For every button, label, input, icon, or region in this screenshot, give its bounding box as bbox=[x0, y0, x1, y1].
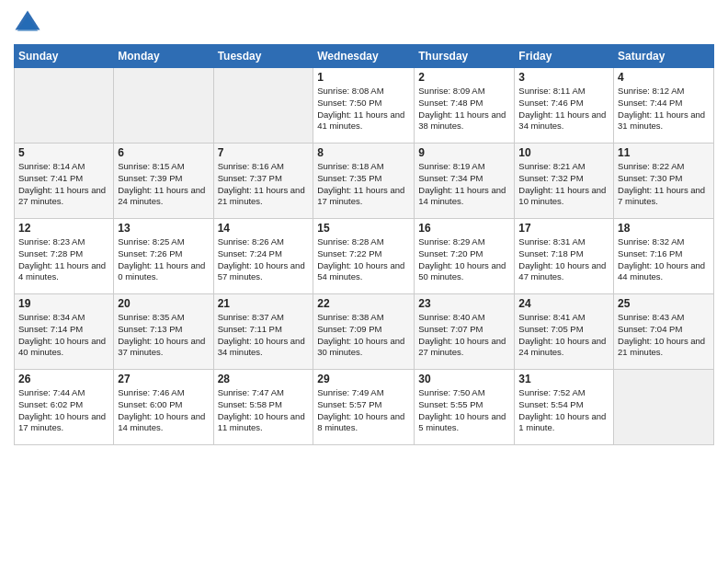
calendar-cell bbox=[114, 68, 213, 144]
day-number: 15 bbox=[317, 222, 410, 235]
page-container: SundayMondayTuesdayWednesdayThursdayFrid… bbox=[0, 0, 728, 563]
page-header bbox=[14, 9, 714, 37]
day-info: Sunrise: 8:09 AM Sunset: 7:48 PM Dayligh… bbox=[418, 86, 510, 132]
day-number: 13 bbox=[118, 222, 209, 235]
day-number: 22 bbox=[317, 297, 410, 310]
calendar-cell: 22Sunrise: 8:38 AM Sunset: 7:09 PM Dayli… bbox=[313, 294, 415, 370]
calendar-header: SundayMondayTuesdayWednesdayThursdayFrid… bbox=[15, 45, 714, 68]
calendar-cell: 21Sunrise: 8:37 AM Sunset: 7:11 PM Dayli… bbox=[213, 294, 313, 370]
weekday-header: Monday bbox=[114, 45, 213, 68]
week-row: 1Sunrise: 8:08 AM Sunset: 7:50 PM Daylig… bbox=[15, 68, 714, 144]
day-number: 6 bbox=[118, 146, 209, 159]
day-number: 2 bbox=[418, 71, 510, 84]
day-info: Sunrise: 8:43 AM Sunset: 7:04 PM Dayligh… bbox=[618, 312, 710, 359]
weekday-header: Sunday bbox=[15, 45, 114, 68]
calendar-cell: 5Sunrise: 8:14 AM Sunset: 7:41 PM Daylig… bbox=[15, 144, 114, 219]
day-info: Sunrise: 8:21 AM Sunset: 7:32 PM Dayligh… bbox=[518, 161, 609, 208]
calendar-cell: 8Sunrise: 8:18 AM Sunset: 7:35 PM Daylig… bbox=[313, 144, 415, 219]
day-number: 25 bbox=[618, 297, 710, 310]
calendar-cell: 11Sunrise: 8:22 AM Sunset: 7:30 PM Dayli… bbox=[614, 144, 714, 219]
day-info: Sunrise: 8:29 AM Sunset: 7:20 PM Dayligh… bbox=[418, 236, 510, 283]
calendar-cell: 25Sunrise: 8:43 AM Sunset: 7:04 PM Dayli… bbox=[614, 294, 714, 370]
calendar-cell: 3Sunrise: 8:11 AM Sunset: 7:46 PM Daylig… bbox=[515, 68, 614, 144]
day-number: 9 bbox=[418, 146, 510, 159]
calendar-cell: 18Sunrise: 8:32 AM Sunset: 7:16 PM Dayli… bbox=[614, 219, 714, 294]
day-info: Sunrise: 8:12 AM Sunset: 7:44 PM Dayligh… bbox=[618, 86, 710, 132]
day-number: 16 bbox=[418, 222, 510, 235]
day-number: 29 bbox=[317, 373, 410, 385]
day-info: Sunrise: 8:28 AM Sunset: 7:22 PM Dayligh… bbox=[317, 236, 410, 283]
day-info: Sunrise: 7:49 AM Sunset: 5:57 PM Dayligh… bbox=[317, 387, 410, 434]
calendar-body: 1Sunrise: 8:08 AM Sunset: 7:50 PM Daylig… bbox=[15, 68, 714, 445]
calendar-cell: 27Sunrise: 7:46 AM Sunset: 6:00 PM Dayli… bbox=[114, 370, 213, 445]
day-number: 27 bbox=[118, 373, 209, 385]
calendar-cell: 12Sunrise: 8:23 AM Sunset: 7:28 PM Dayli… bbox=[15, 219, 114, 294]
week-row: 26Sunrise: 7:44 AM Sunset: 6:02 PM Dayli… bbox=[15, 370, 714, 445]
calendar-cell: 24Sunrise: 8:41 AM Sunset: 7:05 PM Dayli… bbox=[515, 294, 614, 370]
day-number: 28 bbox=[218, 373, 310, 385]
day-number: 21 bbox=[218, 297, 310, 310]
calendar-table: SundayMondayTuesdayWednesdayThursdayFrid… bbox=[14, 44, 714, 445]
day-info: Sunrise: 8:08 AM Sunset: 7:50 PM Dayligh… bbox=[317, 86, 410, 132]
day-info: Sunrise: 8:41 AM Sunset: 7:05 PM Dayligh… bbox=[518, 312, 609, 359]
week-row: 19Sunrise: 8:34 AM Sunset: 7:14 PM Dayli… bbox=[15, 294, 714, 370]
day-number: 18 bbox=[618, 222, 710, 235]
day-number: 30 bbox=[418, 373, 510, 385]
day-number: 3 bbox=[518, 71, 609, 84]
calendar-cell: 31Sunrise: 7:52 AM Sunset: 5:54 PM Dayli… bbox=[515, 370, 614, 445]
day-info: Sunrise: 7:47 AM Sunset: 5:58 PM Dayligh… bbox=[218, 387, 310, 434]
day-number: 19 bbox=[18, 297, 109, 310]
day-info: Sunrise: 8:18 AM Sunset: 7:35 PM Dayligh… bbox=[317, 161, 410, 208]
day-number: 20 bbox=[118, 297, 209, 310]
day-info: Sunrise: 8:35 AM Sunset: 7:13 PM Dayligh… bbox=[118, 312, 209, 359]
calendar-cell: 15Sunrise: 8:28 AM Sunset: 7:22 PM Dayli… bbox=[313, 219, 415, 294]
logo bbox=[14, 9, 45, 37]
calendar-cell: 13Sunrise: 8:25 AM Sunset: 7:26 PM Dayli… bbox=[114, 219, 213, 294]
day-info: Sunrise: 8:37 AM Sunset: 7:11 PM Dayligh… bbox=[218, 312, 310, 359]
weekday-row: SundayMondayTuesdayWednesdayThursdayFrid… bbox=[15, 45, 714, 68]
day-info: Sunrise: 7:44 AM Sunset: 6:02 PM Dayligh… bbox=[18, 387, 109, 434]
day-info: Sunrise: 8:11 AM Sunset: 7:46 PM Dayligh… bbox=[518, 86, 609, 132]
day-info: Sunrise: 8:34 AM Sunset: 7:14 PM Dayligh… bbox=[18, 312, 109, 359]
calendar-cell: 20Sunrise: 8:35 AM Sunset: 7:13 PM Dayli… bbox=[114, 294, 213, 370]
week-row: 12Sunrise: 8:23 AM Sunset: 7:28 PM Dayli… bbox=[15, 219, 714, 294]
day-number: 11 bbox=[618, 146, 710, 159]
day-info: Sunrise: 8:16 AM Sunset: 7:37 PM Dayligh… bbox=[218, 161, 310, 208]
day-info: Sunrise: 7:46 AM Sunset: 6:00 PM Dayligh… bbox=[118, 387, 209, 434]
calendar-cell: 17Sunrise: 8:31 AM Sunset: 7:18 PM Dayli… bbox=[515, 219, 614, 294]
calendar-cell: 23Sunrise: 8:40 AM Sunset: 7:07 PM Dayli… bbox=[415, 294, 515, 370]
day-info: Sunrise: 8:19 AM Sunset: 7:34 PM Dayligh… bbox=[418, 161, 510, 208]
calendar-cell: 2Sunrise: 8:09 AM Sunset: 7:48 PM Daylig… bbox=[415, 68, 515, 144]
day-info: Sunrise: 8:32 AM Sunset: 7:16 PM Dayligh… bbox=[618, 236, 710, 283]
weekday-header: Tuesday bbox=[213, 45, 313, 68]
day-number: 5 bbox=[18, 146, 109, 159]
calendar-cell: 9Sunrise: 8:19 AM Sunset: 7:34 PM Daylig… bbox=[415, 144, 515, 219]
day-number: 12 bbox=[18, 222, 109, 235]
day-info: Sunrise: 8:22 AM Sunset: 7:30 PM Dayligh… bbox=[618, 161, 710, 208]
calendar-cell: 19Sunrise: 8:34 AM Sunset: 7:14 PM Dayli… bbox=[15, 294, 114, 370]
calendar-cell: 29Sunrise: 7:49 AM Sunset: 5:57 PM Dayli… bbox=[313, 370, 415, 445]
calendar-cell: 14Sunrise: 8:26 AM Sunset: 7:24 PM Dayli… bbox=[213, 219, 313, 294]
day-number: 23 bbox=[418, 297, 510, 310]
day-info: Sunrise: 8:31 AM Sunset: 7:18 PM Dayligh… bbox=[518, 236, 609, 283]
day-number: 24 bbox=[518, 297, 609, 310]
calendar-cell: 28Sunrise: 7:47 AM Sunset: 5:58 PM Dayli… bbox=[213, 370, 313, 445]
day-info: Sunrise: 8:23 AM Sunset: 7:28 PM Dayligh… bbox=[18, 236, 109, 283]
calendar-cell: 30Sunrise: 7:50 AM Sunset: 5:55 PM Dayli… bbox=[415, 370, 515, 445]
weekday-header: Thursday bbox=[415, 45, 515, 68]
day-number: 14 bbox=[218, 222, 310, 235]
day-number: 31 bbox=[518, 373, 609, 385]
day-info: Sunrise: 8:38 AM Sunset: 7:09 PM Dayligh… bbox=[317, 312, 410, 359]
calendar-cell bbox=[15, 68, 114, 144]
day-number: 26 bbox=[18, 373, 109, 385]
calendar-cell: 6Sunrise: 8:15 AM Sunset: 7:39 PM Daylig… bbox=[114, 144, 213, 219]
calendar-cell: 26Sunrise: 7:44 AM Sunset: 6:02 PM Dayli… bbox=[15, 370, 114, 445]
day-number: 10 bbox=[518, 146, 609, 159]
day-number: 4 bbox=[618, 71, 710, 84]
day-number: 8 bbox=[317, 146, 410, 159]
day-info: Sunrise: 8:40 AM Sunset: 7:07 PM Dayligh… bbox=[418, 312, 510, 359]
calendar-cell: 1Sunrise: 8:08 AM Sunset: 7:50 PM Daylig… bbox=[313, 68, 415, 144]
day-number: 7 bbox=[218, 146, 310, 159]
day-info: Sunrise: 8:26 AM Sunset: 7:24 PM Dayligh… bbox=[218, 236, 310, 283]
weekday-header: Saturday bbox=[614, 45, 714, 68]
